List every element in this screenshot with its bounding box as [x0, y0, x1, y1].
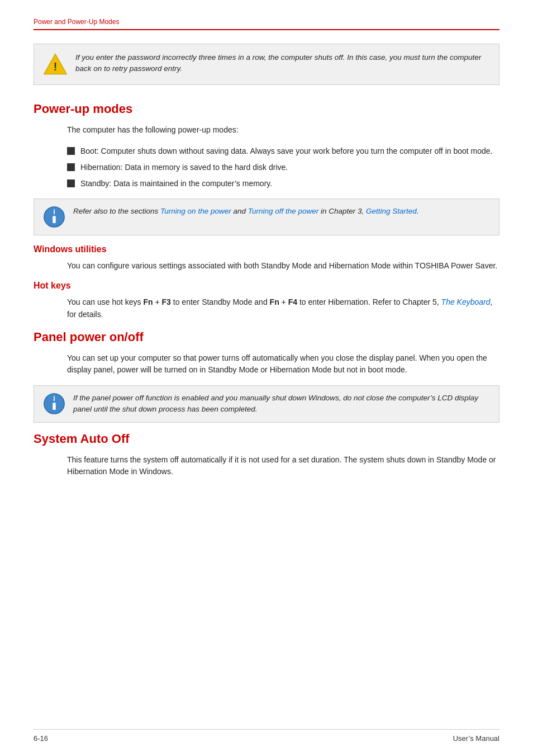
page-header: Power and Power-Up Modes [34, 17, 499, 30]
info-box-powerup: i Refer also to the sections Turning on … [34, 199, 499, 235]
hotkeys-block: You can use hot keys Fn + F3 to enter St… [34, 296, 499, 320]
warning-icon: ! [43, 52, 68, 77]
hotkeys-text: You can use hot keys Fn + F3 to enter St… [67, 296, 499, 320]
bullet-item-boot: Boot: Computer shuts down without saving… [67, 145, 499, 157]
header-text: Power and Power-Up Modes [34, 18, 119, 26]
link-getting-started[interactable]: Getting Started [366, 207, 417, 215]
heading-panel: Panel power on/off [34, 330, 499, 344]
heading-powerup: Power-up modes [34, 102, 499, 116]
info-icon-1: i [43, 206, 65, 228]
info-text-powerup: Refer also to the sections Turning on th… [73, 206, 419, 217]
heading-system: System Auto Off [34, 432, 499, 446]
footer-page-num: 6-16 [34, 734, 48, 743]
system-text: This feature turns the system off automa… [67, 454, 499, 478]
panel-text: You can set up your computer so that pow… [67, 352, 499, 376]
svg-text:i: i [53, 394, 55, 403]
svg-text:!: ! [54, 60, 57, 73]
svg-text:i: i [53, 207, 55, 215]
powerup-intro-block: The computer has the following power-up … [34, 124, 499, 136]
bullet-text-1: Boot: Computer shuts down without saving… [80, 145, 492, 157]
link-turning-on[interactable]: Turning on the power [160, 207, 231, 215]
windows-text: You can configure various settings assoc… [67, 260, 499, 272]
info-text-panel: If the panel power off function is enabl… [73, 393, 490, 415]
footer-title: User’s Manual [453, 734, 499, 743]
bullet-text-2: Hibernation: Data in memory is saved to … [80, 162, 288, 173]
bullet-list: Boot: Computer shuts down without saving… [34, 145, 499, 190]
bullet-text-3: Standby: Data is maintained in the compu… [80, 178, 272, 190]
bullet-item-standby: Standby: Data is maintained in the compu… [67, 178, 499, 190]
bold-fn2: Fn [270, 297, 279, 306]
warning-text: If you enter the password incorrectly th… [75, 52, 490, 75]
powerup-intro: The computer has the following power-up … [67, 124, 499, 136]
page: Power and Power-Up Modes ! If you enter … [0, 0, 533, 756]
panel-block: You can set up your computer so that pow… [34, 352, 499, 376]
link-turning-off[interactable]: Turning off the power [248, 207, 319, 215]
bold-f4: F4 [288, 297, 297, 306]
bullet-square-1 [67, 147, 75, 155]
heading-windows: Windows utilities [34, 244, 499, 254]
info-icon-2: i [43, 393, 65, 415]
bullet-item-hibernation: Hibernation: Data in memory is saved to … [67, 162, 499, 173]
bold-fn1: Fn [143, 297, 153, 306]
windows-block: You can configure various settings assoc… [34, 260, 499, 272]
svg-rect-4 [53, 216, 55, 223]
page-footer: 6-16 User’s Manual [34, 729, 499, 743]
bold-f3: F3 [162, 297, 171, 306]
bullet-square-2 [67, 163, 75, 171]
info-box-panel: i If the panel power off function is ena… [34, 385, 499, 423]
svg-rect-7 [53, 403, 55, 410]
warning-box: ! If you enter the password incorrectly … [34, 44, 499, 85]
link-keyboard[interactable]: The Keyboard [441, 297, 491, 306]
bullet-square-3 [67, 179, 75, 187]
heading-hotkeys: Hot keys [34, 281, 499, 291]
system-block: This feature turns the system off automa… [34, 454, 499, 478]
